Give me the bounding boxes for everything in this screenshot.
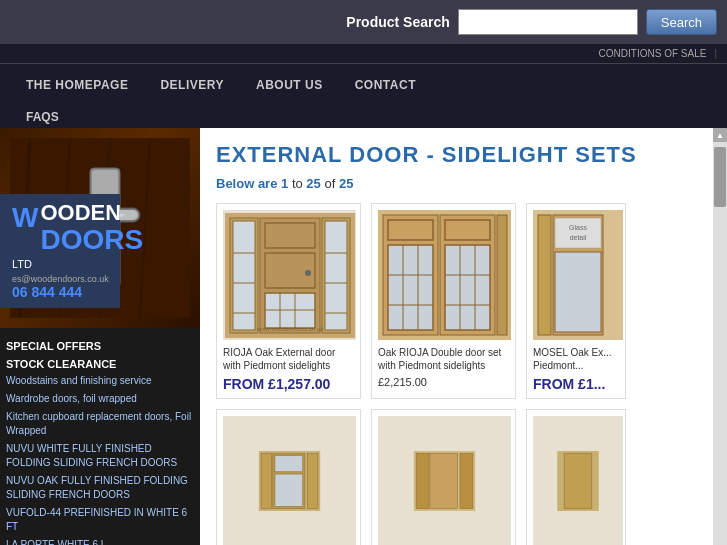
sidebar-link-laporte[interactable]: LA PORTE WHITE 6 L... (6, 536, 194, 545)
product-image-5 (378, 416, 511, 545)
sidebar-links: SPECIAL OFFERS STOCK CLEARANCE Woodstain… (0, 328, 200, 545)
product-card-6[interactable] (526, 409, 626, 545)
product-card-5[interactable] (371, 409, 516, 545)
search-button[interactable]: Search (646, 9, 717, 35)
svg-rect-24 (325, 221, 347, 330)
door-svg-5 (378, 451, 511, 511)
product-card-2[interactable]: Oak RIOJA Double door set with Piedmont … (371, 203, 516, 399)
nav-homepage[interactable]: THE HOMEPAGE (10, 64, 144, 106)
svg-rect-60 (430, 453, 458, 508)
product-price-3: FROM £1... (533, 376, 619, 392)
product-search-label: Product Search (346, 14, 449, 30)
logo-w: W (12, 202, 38, 234)
logo-ltd: LTD (12, 258, 108, 270)
product-image-3: Glass detail (533, 210, 623, 340)
svg-rect-35 (388, 245, 433, 330)
product-image-6 (533, 416, 623, 545)
logo-email: es@woodendoors.co.uk (12, 274, 108, 284)
product-image-2 (378, 210, 511, 340)
svg-rect-48 (538, 215, 551, 335)
door-svg-2 (378, 210, 511, 340)
results-from: 1 (281, 176, 288, 191)
svg-text:www.woodendoors.co.uk: www.woodendoors.co.uk (255, 326, 323, 332)
search-input[interactable] (458, 9, 638, 35)
results-info: Below are 1 to 25 of 25 (216, 176, 697, 191)
product-price-1: FROM £1,257.00 (223, 376, 354, 392)
product-card-4[interactable] (216, 409, 361, 545)
door-svg-1: www.woodendoors.co.uk (225, 213, 355, 338)
sidebar-link-kitchen[interactable]: Kitchen cupboard replacement doors, Foil… (6, 408, 194, 440)
sidebar-link-wardrobe[interactable]: Wardrobe doors, foil wrapped (6, 390, 194, 408)
sidebar: W OODEN D OORS LTD es@woodendoors.co.uk … (0, 128, 200, 545)
product-price-2: £2,215.00 (378, 376, 509, 388)
nav-contact[interactable]: CONTACT (339, 64, 432, 106)
product-name-2: Oak RIOJA Double door set with Piedmont … (378, 346, 509, 372)
svg-text:Glass: Glass (569, 224, 587, 231)
logo-doors: OORS (61, 226, 143, 254)
scroll-track[interactable] (713, 142, 727, 545)
sidebar-link-vufold[interactable]: VUFOLD-44 PREFINISHED IN WHITE 6 FT (6, 504, 194, 536)
svg-rect-49 (555, 218, 601, 248)
svg-rect-55 (261, 453, 272, 508)
svg-rect-36 (445, 245, 490, 330)
faqs-nav: FAQS (0, 106, 727, 128)
top-bar: Product Search Search (0, 0, 727, 44)
content-area: W OODEN D OORS LTD es@woodendoors.co.uk … (0, 128, 727, 545)
product-grid-row2 (216, 409, 697, 545)
product-card-3[interactable]: Glass detail MOSEL Oak Ex... Piedmont...… (526, 203, 626, 399)
main-content: EXTERNAL DOOR - SIDELIGHT SETS Below are… (200, 128, 713, 545)
svg-rect-64 (564, 453, 592, 508)
logo-wooden: OODEN (40, 202, 143, 224)
door-svg-6 (533, 451, 623, 511)
results-label: Below are (216, 176, 277, 191)
sidebar-stock-clearance: STOCK CLEARANCE (6, 354, 194, 372)
sidebar-link-woodstains[interactable]: Woodstains and finishing service (6, 372, 194, 390)
logo-phone: 06 844 444 (12, 284, 108, 300)
svg-rect-45 (497, 215, 507, 335)
door-svg-4 (223, 451, 356, 511)
right-scrollbar[interactable]: ▲ ▼ (713, 128, 727, 545)
svg-rect-57 (275, 456, 303, 472)
conditions-sale-link[interactable]: CONDITIONS OF SALE (599, 48, 707, 59)
sidebar-link-nuvu-white[interactable]: NUVU WHITE FULLY FINISHED FOLDING SLIDIN… (6, 440, 194, 472)
svg-rect-61 (416, 453, 429, 508)
svg-rect-62 (460, 453, 473, 508)
main-nav: THE HOMEPAGE DELIVERY ABOUT US CONTACT (0, 64, 727, 106)
sidebar-logo-bg: W OODEN D OORS LTD es@woodendoors.co.uk … (0, 128, 200, 328)
nav-delivery[interactable]: DELIVERY (144, 64, 240, 106)
product-name-1: RIOJA Oak External door with Piedmont si… (223, 346, 354, 372)
secondary-nav: CONDITIONS OF SALE | (0, 44, 727, 64)
results-of: 25 (339, 176, 353, 191)
product-card-1[interactable]: www.woodendoors.co.uk RIOJA Oak External… (216, 203, 361, 399)
logo-d: D (40, 224, 60, 256)
svg-rect-19 (233, 221, 255, 330)
product-grid: www.woodendoors.co.uk RIOJA Oak External… (216, 203, 697, 399)
page-title: EXTERNAL DOOR - SIDELIGHT SETS (216, 142, 697, 168)
svg-rect-58 (275, 474, 303, 506)
scroll-up-arrow[interactable]: ▲ (713, 128, 727, 142)
product-image-1: www.woodendoors.co.uk (223, 210, 356, 340)
scroll-thumb[interactable] (714, 147, 726, 207)
sidebar-special-offers: SPECIAL OFFERS (6, 336, 194, 354)
product-image-4 (223, 416, 356, 545)
nav-separator: | (714, 48, 717, 59)
sidebar-logo-box: W OODEN D OORS LTD es@woodendoors.co.uk … (0, 194, 120, 308)
svg-point-28 (305, 270, 311, 276)
nav-faqs[interactable]: FAQS (10, 110, 75, 124)
sidebar-link-nuvu-oak[interactable]: NUVU OAK FULLY FINISHED FOLDING SLIDING … (6, 472, 194, 504)
svg-rect-56 (307, 453, 318, 508)
svg-text:detail: detail (570, 234, 587, 241)
door-svg-3: Glass detail (533, 210, 623, 340)
product-name-3: MOSEL Oak Ex... Piedmont... (533, 346, 619, 372)
svg-rect-52 (555, 252, 601, 332)
nav-about[interactable]: ABOUT US (240, 64, 339, 106)
results-to: 25 (306, 176, 320, 191)
